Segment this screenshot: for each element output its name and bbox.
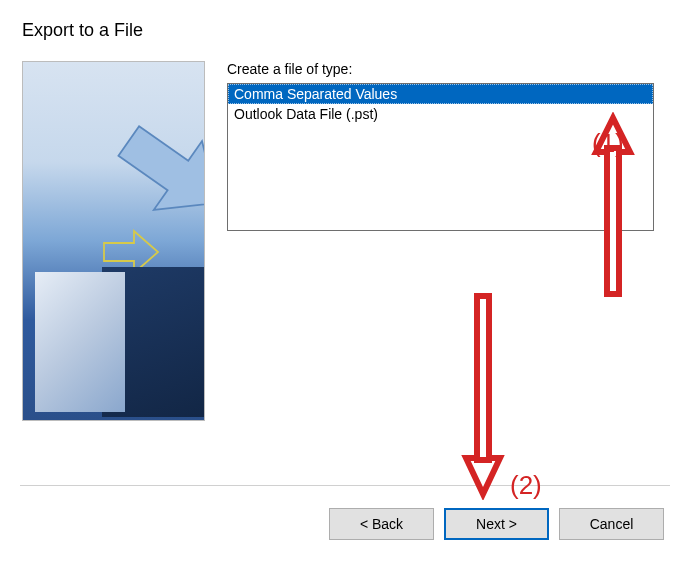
button-row: < Back Next > Cancel xyxy=(329,508,664,540)
file-type-option-pst[interactable]: Outlook Data File (.pst) xyxy=(228,104,653,124)
file-type-section-label: Create a file of type: xyxy=(227,61,666,77)
file-type-option-csv[interactable]: Comma Separated Values xyxy=(228,84,653,104)
dialog-content: Create a file of type: Comma Separated V… xyxy=(0,41,690,421)
export-dialog: Export to a File Create a file of type: … xyxy=(0,0,690,561)
right-panel: Create a file of type: Comma Separated V… xyxy=(227,61,666,421)
illustration-light-shape xyxy=(35,272,125,412)
annotation-label-2: (2) xyxy=(510,470,542,501)
back-button[interactable]: < Back xyxy=(329,508,434,540)
dialog-title: Export to a File xyxy=(0,0,690,41)
cancel-button[interactable]: Cancel xyxy=(559,508,664,540)
annotation-label-1: (1) xyxy=(592,128,624,159)
file-type-list[interactable]: Comma Separated Values Outlook Data File… xyxy=(227,83,654,231)
wizard-illustration xyxy=(22,61,205,421)
next-button[interactable]: Next > xyxy=(444,508,549,540)
illustration-arrow-blue-icon xyxy=(113,112,205,232)
divider xyxy=(20,485,670,486)
